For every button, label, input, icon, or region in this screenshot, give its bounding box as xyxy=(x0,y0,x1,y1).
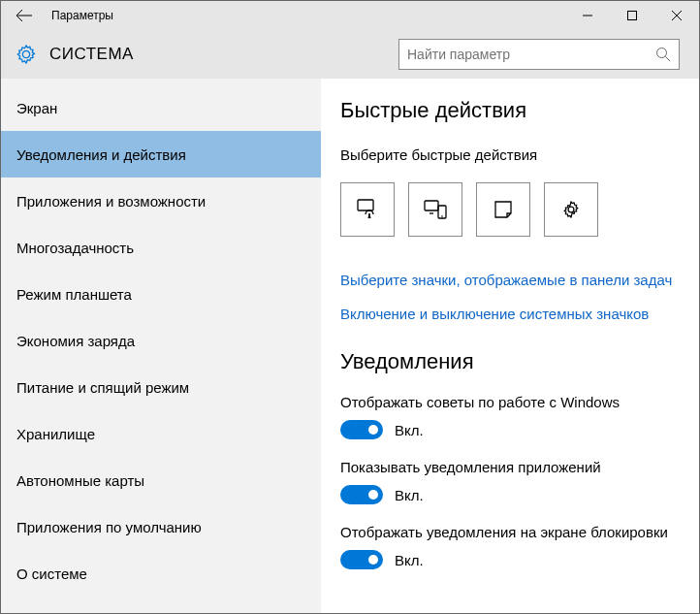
quick-action-all-settings[interactable] xyxy=(544,182,598,237)
sidebar: Экран Уведомления и действия Приложения … xyxy=(1,79,321,613)
sidebar-item-about[interactable]: О системе xyxy=(1,550,321,597)
note-icon xyxy=(493,199,514,220)
search-input[interactable] xyxy=(407,47,655,62)
search-box[interactable] xyxy=(398,39,680,70)
toggle-app-notifications[interactable] xyxy=(340,485,383,504)
sidebar-item-multitasking[interactable]: Многозадачность xyxy=(1,224,321,271)
content-area: Быстрые действия Выберите быстрые действ… xyxy=(321,79,699,613)
sidebar-item-tablet-mode[interactable]: Режим планшета xyxy=(1,271,321,317)
taskbar-icons-link[interactable]: Выберите значки, отображаемые в панели з… xyxy=(340,272,676,288)
all-settings-icon xyxy=(560,199,582,220)
quick-actions-heading: Быстрые действия xyxy=(340,98,676,123)
sidebar-item-battery[interactable]: Экономия заряда xyxy=(1,317,321,364)
search-icon xyxy=(655,47,671,62)
setting-label: Показывать уведомления приложений xyxy=(340,459,676,475)
sidebar-item-storage[interactable]: Хранилище xyxy=(1,410,321,457)
toggle-lockscreen-notifications[interactable] xyxy=(340,550,383,569)
svg-point-7 xyxy=(568,207,574,212)
toggle-windows-tips[interactable] xyxy=(340,420,383,439)
setting-label: Отображать уведомления на экране блокиро… xyxy=(340,524,676,540)
minimize-button[interactable] xyxy=(565,1,610,30)
body: Экран Уведомления и действия Приложения … xyxy=(1,79,699,613)
svg-rect-4 xyxy=(425,201,438,210)
back-button[interactable] xyxy=(1,1,48,30)
setting-label: Отображать советы по работе с Windows xyxy=(340,394,676,410)
setting-lockscreen-notifications: Отображать уведомления на экране блокиро… xyxy=(340,524,676,569)
svg-point-6 xyxy=(441,215,443,217)
sidebar-item-apps[interactable]: Приложения и возможности xyxy=(1,178,321,224)
sidebar-item-offline-maps[interactable]: Автономные карты xyxy=(1,457,321,503)
toggle-state: Вкл. xyxy=(395,422,424,438)
page-title: СИСТЕМА xyxy=(49,45,389,64)
setting-app-notifications: Показывать уведомления приложений Вкл. xyxy=(340,459,676,504)
quick-actions-row xyxy=(340,182,676,237)
toggle-state: Вкл. xyxy=(395,487,424,503)
tablet-mode-icon xyxy=(355,197,380,222)
toggle-state: Вкл. xyxy=(395,552,424,568)
connect-icon xyxy=(423,197,448,222)
close-button[interactable] xyxy=(654,1,699,30)
svg-point-1 xyxy=(657,48,667,58)
notifications-heading: Уведомления xyxy=(340,349,676,374)
sidebar-item-notifications[interactable]: Уведомления и действия xyxy=(1,131,321,178)
system-icons-link[interactable]: Включение и выключение системных значков xyxy=(340,306,676,322)
sidebar-item-default-apps[interactable]: Приложения по умолчанию xyxy=(1,503,321,550)
svg-rect-2 xyxy=(358,200,373,210)
quick-action-connect[interactable] xyxy=(408,182,462,237)
sidebar-item-display[interactable]: Экран xyxy=(1,84,321,131)
quick-action-tablet-mode[interactable] xyxy=(340,182,395,237)
quick-action-note[interactable] xyxy=(476,182,530,237)
titlebar: Параметры xyxy=(1,1,699,30)
settings-gear-icon xyxy=(13,44,40,65)
setting-windows-tips: Отображать советы по работе с Windows Вк… xyxy=(340,394,676,439)
maximize-button[interactable] xyxy=(610,1,654,30)
quick-actions-subtitle: Выберите быстрые действия xyxy=(340,146,676,163)
sidebar-item-power[interactable]: Питание и спящий режим xyxy=(1,364,321,410)
svg-rect-0 xyxy=(628,12,637,20)
window-controls xyxy=(565,1,699,30)
window-title: Параметры xyxy=(48,9,565,22)
header-bar: СИСТЕМА xyxy=(1,30,699,79)
